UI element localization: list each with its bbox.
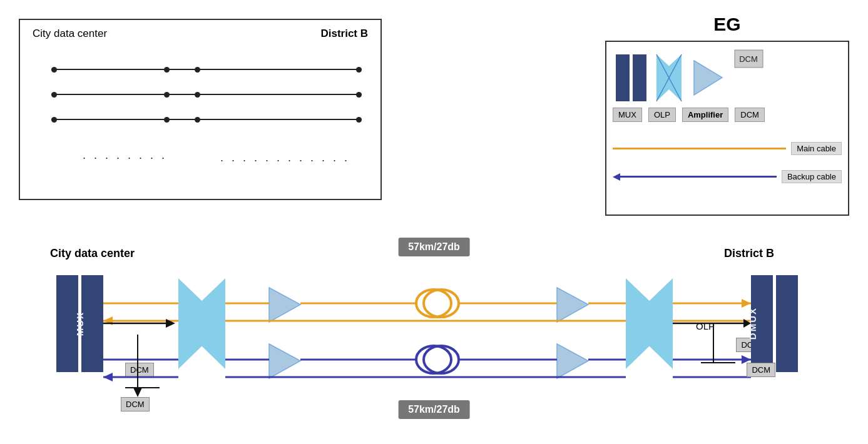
- legend-box: EG DCM MUX OLP Amplifier DCM Main cable …: [605, 41, 849, 216]
- dot: [164, 67, 170, 73]
- amp-left-top: [269, 288, 300, 322]
- dot: [356, 67, 362, 73]
- backup-cable-row: Backup cable: [613, 170, 842, 183]
- amp-left-bottom: [269, 344, 300, 378]
- dots-left: · · · · · · · ·: [83, 151, 167, 164]
- main-cable-label: Main cable: [791, 142, 842, 155]
- dot: [51, 117, 57, 123]
- top-left-box: City data center District B · · · · · · …: [19, 19, 382, 200]
- mux-left-rect-1: [56, 275, 78, 372]
- legend-labels-row: MUX OLP Amplifier DCM: [613, 108, 765, 122]
- dcm-label-top: DCM: [739, 54, 758, 64]
- amp-right-top: [557, 288, 588, 322]
- line-row-1: [51, 69, 362, 70]
- backup-cable-label: Backup cable: [782, 170, 842, 183]
- district-b-title: District B: [320, 28, 368, 40]
- city-data-center-title: City data center: [33, 28, 107, 40]
- dcm-left-label: DCM: [121, 397, 150, 411]
- line-row-2: [51, 94, 362, 95]
- eg-title: EG: [606, 14, 848, 35]
- main-cable-row: Main cable: [613, 142, 842, 155]
- mux-right-rect-1: [751, 275, 773, 372]
- mux-icon-2: [633, 54, 646, 101]
- amplifier-icon: [694, 61, 722, 95]
- bottom-diagram: City data center District B 57km/27db OL…: [0, 228, 868, 435]
- dcm-coil-backup: [416, 346, 451, 373]
- dot: [164, 92, 170, 98]
- dot: [356, 92, 362, 98]
- dot: [195, 67, 200, 73]
- dot: [51, 67, 57, 73]
- dcm-coil-backup-2: [424, 346, 459, 373]
- backup-cable-arrow: [613, 173, 620, 181]
- mux-icon-1: [616, 54, 630, 101]
- dcm-coil-main: [416, 290, 451, 317]
- dots-right: . . . . . . . . . . . .: [220, 151, 350, 164]
- dcm-right-label: DCM: [747, 363, 775, 377]
- line-row-3: [51, 119, 362, 120]
- dot: [195, 92, 200, 98]
- dcm-coil-main-2: [424, 290, 459, 317]
- dot: [164, 117, 170, 123]
- mux-right-rect-2: [776, 275, 798, 372]
- main-cable-line: [613, 148, 786, 149]
- dot: [356, 117, 362, 123]
- dot: [195, 117, 200, 123]
- blue-return-arrow: [103, 373, 113, 381]
- olp-legend-label: OLP: [648, 108, 676, 122]
- dot: [51, 92, 57, 98]
- orange-arrow-right: [742, 299, 751, 308]
- mux-left-rect-2: [81, 275, 103, 372]
- amp-right-bottom: [557, 344, 588, 378]
- amplifier-legend-label: Amplifier: [682, 108, 728, 122]
- dcm-legend-label: DCM: [735, 108, 765, 122]
- dcm-left-arrow: [133, 388, 142, 397]
- legend-icons-svg: DCM: [613, 45, 844, 114]
- backup-cable-line: [620, 176, 777, 178]
- mux-legend-label: MUX: [613, 108, 642, 122]
